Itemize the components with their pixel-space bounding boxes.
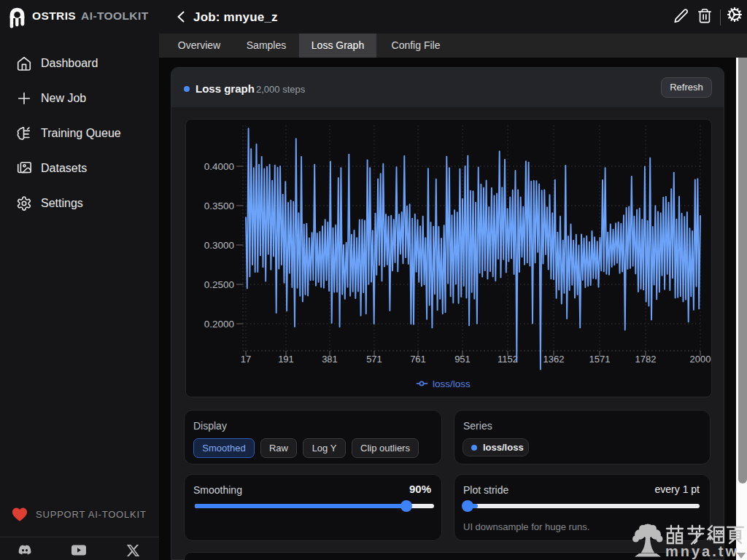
svg-text:mnya.tw: mnya.tw [665,543,739,559]
svg-text:0.3000: 0.3000 [204,240,234,251]
svg-text:1571: 1571 [589,354,611,365]
svg-text:loss/loss: loss/loss [433,378,471,389]
svg-text:0.3500: 0.3500 [204,201,234,211]
svg-text:0.2000: 0.2000 [204,319,234,330]
svg-text:1782: 1782 [635,354,657,365]
svg-text:761: 761 [410,354,426,365]
svg-text:17: 17 [241,354,251,365]
svg-text:381: 381 [322,354,338,365]
svg-text:951: 951 [454,354,471,365]
svg-text:0.2500: 0.2500 [204,279,234,290]
svg-text:0.4000: 0.4000 [204,161,234,172]
svg-text:1362: 1362 [543,354,565,365]
svg-text:1152: 1152 [498,354,518,365]
svg-text:191: 191 [278,354,294,365]
svg-text:2000: 2000 [690,354,711,365]
svg-text:571: 571 [366,354,382,365]
